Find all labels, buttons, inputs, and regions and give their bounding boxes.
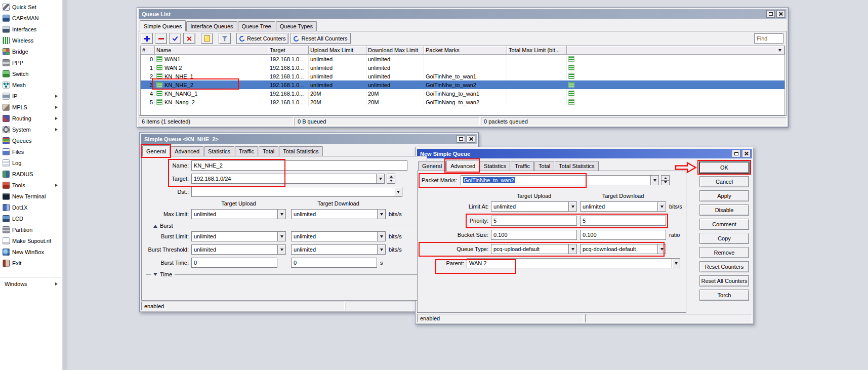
enable-button[interactable] <box>169 33 181 44</box>
reset-counters-button[interactable]: Reset Counters <box>699 261 749 272</box>
tab-general[interactable]: General <box>418 161 446 171</box>
burst-threshold-download-combo[interactable]: unlimited <box>291 244 386 255</box>
target-field[interactable]: 192.168.1.0/24 <box>191 174 376 184</box>
col-total-max-limit[interactable]: Total Max Limit (bit... <box>507 46 567 55</box>
queue-type-upload-combo[interactable]: pcq-upload-default <box>491 244 577 254</box>
queue-type-upload-field[interactable]: pcq-upload-default <box>491 244 568 254</box>
queue-type-download-combo[interactable]: pcq-download-default <box>580 244 666 254</box>
restore-button[interactable] <box>457 135 465 143</box>
dropdown-arrow-icon[interactable] <box>394 187 402 197</box>
burst-time-upload-field[interactable]: 0 <box>191 258 277 268</box>
sidebar-item-routing[interactable]: Routing <box>0 113 62 124</box>
reset-all-counters-button[interactable]: Reset All Counters <box>699 275 749 286</box>
comment-button[interactable] <box>201 33 213 44</box>
burst-threshold-upload-combo[interactable]: unlimited <box>191 244 286 255</box>
sidebar-item-tools[interactable]: Tools <box>0 180 62 191</box>
limit-at-download-combo[interactable]: unlimited <box>580 201 666 212</box>
packet-marks-field[interactable]: GoiTinNhe_to_wan2 <box>461 175 650 185</box>
priority-download-field[interactable]: 5 <box>580 216 666 226</box>
sidebar-item-new-terminal[interactable]: New Terminal <box>0 191 62 202</box>
dropdown-arrow-icon[interactable] <box>377 244 386 255</box>
tab-simple-queues[interactable]: Simple Queues <box>140 20 186 31</box>
tab-statistics[interactable]: Statistics <box>204 146 234 156</box>
tab-statistics[interactable]: Statistics <box>480 161 510 171</box>
col-upload-max-limit[interactable]: Upload Max Limit <box>309 46 366 55</box>
sidebar-item-radius[interactable]: RADIUS <box>0 169 62 180</box>
queue-row-kn-nang-2[interactable]: 5 KN_Nang_2 192.168.1.0... 20M 20M GoiTi… <box>141 98 784 106</box>
restore-button[interactable] <box>732 150 740 157</box>
max-limit-upload-combo[interactable]: unlimited <box>191 209 286 219</box>
sidebar-item-ppp[interactable]: PPP <box>0 57 62 68</box>
queue-row-wan1[interactable]: 0 WAN1 192.168.1.0... unlimited unlimite… <box>141 55 784 63</box>
dropdown-arrow-icon[interactable] <box>377 209 386 219</box>
sidebar-item-files[interactable]: Files <box>0 146 62 157</box>
bucket-size-upload-field[interactable]: 0.100 <box>491 230 577 240</box>
disable-button[interactable]: Disable <box>699 204 749 216</box>
col-target[interactable]: Target <box>268 46 309 55</box>
sidebar-item-interfaces[interactable]: Interfaces <box>0 24 62 35</box>
sidebar-item-bridge[interactable]: Bridge <box>0 46 62 57</box>
copy-button[interactable]: Copy <box>699 233 749 244</box>
col-download-max-limit[interactable]: Download Max Limit <box>366 46 424 55</box>
burst-time-download-field[interactable]: 0 <box>291 258 377 268</box>
sidebar-resize-strip[interactable] <box>63 0 67 370</box>
tab-advanced[interactable]: Advanced <box>446 160 479 171</box>
sidebar-item-quick-set[interactable]: Quick Set <box>0 2 62 13</box>
target-combo[interactable]: 192.168.1.0/24 <box>191 174 385 184</box>
disable-button[interactable] <box>183 33 195 44</box>
reset-counters-button[interactable]: Reset Counters <box>236 33 288 44</box>
col-number[interactable]: # <box>141 46 155 55</box>
packet-marks-up-down-spinner[interactable] <box>661 175 670 185</box>
sidebar-item-switch[interactable]: Switch <box>0 68 62 79</box>
limit-at-download-field[interactable]: unlimited <box>580 201 657 212</box>
target-up-down-spinner[interactable] <box>387 174 395 184</box>
dropdown-arrow-icon[interactable] <box>568 201 577 212</box>
dropdown-arrow-icon[interactable] <box>650 175 659 185</box>
queue-list-titlebar[interactable]: Queue List <box>139 9 787 19</box>
dropdown-arrow-icon[interactable] <box>657 244 666 254</box>
dropdown-arrow-icon[interactable] <box>376 174 385 184</box>
limit-at-upload-field[interactable]: unlimited <box>491 201 568 212</box>
tab-queue-tree[interactable]: Queue Tree <box>238 21 275 31</box>
queue-type-download-field[interactable]: pcq-download-default <box>580 244 657 254</box>
queue-row-kn-nhe-1[interactable]: 2 KN_NHE_1 192.168.1.0... unlimited unli… <box>141 72 784 80</box>
column-select-button[interactable] <box>776 46 784 55</box>
burst-limit-upload-field[interactable]: unlimited <box>191 231 277 241</box>
queue-row-kn-nang-1[interactable]: 4 KN_NANG_1 192.168.1.0... 20M 20M GoiTi… <box>141 89 784 98</box>
sidebar-item-ip[interactable]: IP <box>0 91 62 102</box>
priority-upload-field[interactable]: 5 <box>491 216 577 226</box>
ok-button[interactable]: OK <box>699 162 749 173</box>
name-field[interactable]: KN_NHE_2 <box>191 160 407 171</box>
bucket-size-download-field[interactable]: 0.100 <box>580 230 666 240</box>
comment-button[interactable]: Comment <box>699 219 749 230</box>
dropdown-arrow-icon[interactable] <box>277 209 286 219</box>
tab-general[interactable]: General <box>142 145 170 156</box>
dropdown-arrow-icon[interactable] <box>277 231 286 241</box>
burst-threshold-download-field[interactable]: unlimited <box>291 244 377 255</box>
tab-traffic[interactable]: Traffic <box>235 146 258 156</box>
queue-row-wan2[interactable]: 1 WAN 2 192.168.1.0... unlimited unlimit… <box>141 63 784 72</box>
find-input[interactable] <box>754 33 783 44</box>
sidebar-item-partition[interactable]: Partition <box>0 224 62 235</box>
dropdown-arrow-icon[interactable] <box>568 244 577 254</box>
sidebar-item-windows[interactable]: Windows <box>0 278 62 290</box>
burst-section-toggle[interactable]: Burst <box>146 222 423 229</box>
dropdown-arrow-icon[interactable] <box>672 258 680 268</box>
sidebar-item-wireless[interactable]: Wireless <box>0 35 62 46</box>
parent-field[interactable]: WAN 2 <box>467 258 672 268</box>
sidebar-item-log[interactable]: Log <box>0 157 62 169</box>
sidebar-item-mesh[interactable]: Mesh <box>0 79 62 91</box>
dropdown-arrow-icon[interactable] <box>277 244 286 255</box>
limit-at-upload-combo[interactable]: unlimited <box>491 201 577 212</box>
torch-button[interactable]: Torch <box>699 290 749 301</box>
apply-button[interactable]: Apply <box>699 190 749 201</box>
dropdown-arrow-icon[interactable] <box>657 201 666 212</box>
close-button[interactable] <box>776 10 785 18</box>
remove-button[interactable] <box>155 33 167 44</box>
parent-combo[interactable]: WAN 2 <box>467 258 680 268</box>
sidebar-item-capsman[interactable]: CAPsMAN <box>0 13 62 24</box>
tab-interface-queues[interactable]: Interface Queues <box>186 21 237 31</box>
tab-traffic[interactable]: Traffic <box>511 161 534 171</box>
burst-limit-download-field[interactable]: unlimited <box>291 231 377 241</box>
tab-advanced[interactable]: Advanced <box>171 146 203 156</box>
